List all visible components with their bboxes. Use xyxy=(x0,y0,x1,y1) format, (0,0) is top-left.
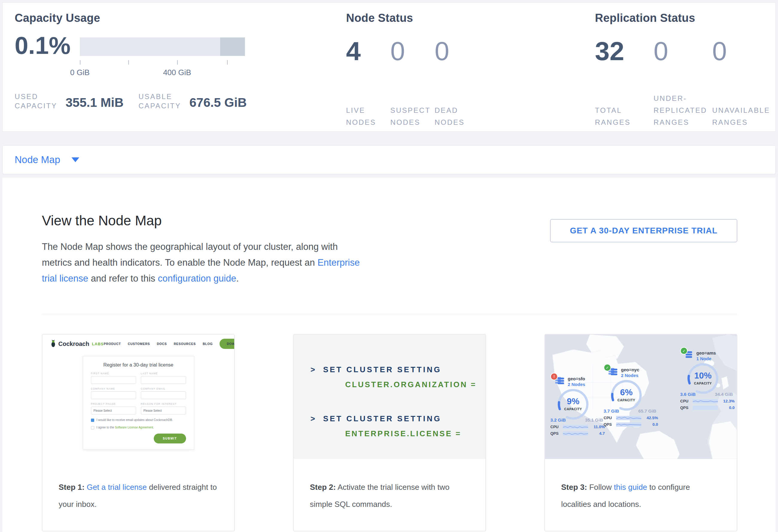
locality-nyc: ✓ geo=nyc 2 Nodes xyxy=(604,367,659,427)
submit-button: SUBMIT xyxy=(154,434,186,443)
locality-node-count: 2 Nodes xyxy=(568,381,585,387)
dead-nodes-label: DEADNODES xyxy=(435,89,479,128)
nav-item: BLOG xyxy=(203,342,213,346)
replication-values: 32 0 0 xyxy=(595,38,771,64)
qps-row: QPS 0.0 xyxy=(604,422,658,427)
qps-value: 4.7 xyxy=(599,431,605,436)
logo-suffix: LABS xyxy=(92,342,103,346)
steps-row: Cockroach LABS PRODUCT CUSTOMERS DOCS RE… xyxy=(42,334,737,531)
text-input xyxy=(141,391,186,399)
license-agreement-checkbox-row: I agree to the Software License Agreemen… xyxy=(91,426,186,429)
cpu-sparkline xyxy=(693,399,718,403)
capacity-usage-title: Capacity Usage xyxy=(15,12,100,24)
suspect-nodes-label: SUSPECTNODES xyxy=(390,89,435,128)
locality-name: geo=sfo xyxy=(568,376,585,381)
step-2-caption: Step 2: Activate the trial license with … xyxy=(294,459,485,513)
capacity-axis: 0 GiB 400 GiB xyxy=(80,60,245,78)
step-3-caption: Step 3: Follow this guide to configure l… xyxy=(545,459,737,513)
this-guide-link[interactable]: this guide xyxy=(614,483,647,491)
text-input xyxy=(141,376,186,384)
capacity-stats: USED CAPACITY 355.1 MiB USABLE CAPACITY … xyxy=(15,92,247,110)
form-field: FIRST NAME xyxy=(91,372,136,384)
under-replicated-ranges-label: UNDER-REPLICATEDRANGES xyxy=(653,89,712,128)
view-selector-dropdown[interactable]: Node Map xyxy=(2,145,776,174)
under-replicated-ranges-value: 0 xyxy=(653,38,712,64)
sql-commands-thumbnail: >SET CLUSTER SETTING CLUSTER.ORGANIZATIO… xyxy=(294,334,485,459)
capacity-gauge: 9% CAPACITY xyxy=(557,388,589,421)
axis-tick xyxy=(128,60,129,65)
unavailable-ranges-value: 0 xyxy=(712,38,771,64)
cockroach-bug-icon xyxy=(50,340,56,348)
live-nodes-label: LIVENODES xyxy=(346,89,390,128)
node-status-section: Node Status 4 0 0 LIVENODES SUSPECTNODES… xyxy=(346,3,586,131)
capacity-used-percent: 0.1% xyxy=(15,31,71,60)
healthy-badge-icon: ✓ xyxy=(680,347,688,355)
sql-argument: CLUSTER.ORGANIZATION = xyxy=(310,377,485,392)
usable-capacity-value: 676.5 GiB xyxy=(189,95,246,110)
qps-value: 0.0 xyxy=(652,422,658,427)
capacity-label: CAPACITY xyxy=(687,381,719,385)
divider xyxy=(42,314,737,314)
node-map-description: The Node Map shows the geographical layo… xyxy=(42,239,371,286)
qps-row: QPS 4.7 xyxy=(550,431,605,436)
mini-site-nav: PRODUCT CUSTOMERS DOCS RESOURCES BLOG DO… xyxy=(104,339,234,349)
usable-capacity-label: USABLE CAPACITY xyxy=(139,92,181,110)
nav-item: PRODUCT xyxy=(104,342,121,346)
axis-tick xyxy=(227,60,228,65)
capacity-bar xyxy=(80,37,245,56)
description-text: and refer to this xyxy=(88,273,158,284)
node-status-title: Node Status xyxy=(346,12,413,24)
used-capacity-value: 355.1 MiB xyxy=(66,95,124,110)
software-license-link: Software License Agreement. xyxy=(115,426,154,429)
get-trial-license-link[interactable]: Get a trial license xyxy=(87,483,147,491)
sql-command: >SET CLUSTER SETTING CLUSTER.ORGANIZATIO… xyxy=(310,362,485,392)
get-enterprise-trial-button[interactable]: GET A 30-DAY ENTERPRISE TRIAL xyxy=(550,219,737,242)
axis-tick-label: 0 GiB xyxy=(70,68,89,77)
capacity-percent: 10% xyxy=(687,371,719,381)
capacity-bar-nonusable-segment xyxy=(220,37,245,56)
healthy-badge-icon: ✓ xyxy=(604,364,611,371)
node-status-labels: LIVENODES SUSPECTNODES DEADNODES xyxy=(346,89,479,128)
total-ranges-value: 32 xyxy=(595,38,653,64)
nav-item: RESOURCES xyxy=(174,342,196,346)
capacity-label: CAPACITY xyxy=(610,398,642,402)
checkbox-checked-icon xyxy=(91,419,94,422)
form-field: COMPANY NAME xyxy=(91,387,136,399)
description-text: The Node Map shows the geographical layo… xyxy=(42,241,338,252)
cpu-sparkline xyxy=(616,416,641,420)
cpu-value: 11.0% xyxy=(594,425,605,429)
qps-sparkline xyxy=(563,432,588,436)
download-pill: DOWNLOAD xyxy=(220,339,234,349)
enterprise-trial-license-link[interactable]: trial license xyxy=(42,273,88,284)
axis-tick xyxy=(80,60,80,65)
cpu-row: CPU 11.0% xyxy=(550,425,605,429)
form-field: REASON FOR INTERESTPlease Select xyxy=(141,402,186,414)
cpu-sparkline xyxy=(563,425,588,429)
qps-sparkline xyxy=(616,423,641,427)
enterprise-trial-license-link[interactable]: Enterprise xyxy=(317,257,360,268)
capacity-label: CAPACITY xyxy=(557,407,589,411)
replication-labels: TOTALRANGES UNDER-REPLICATEDRANGES UNAVA… xyxy=(595,89,771,128)
node-status-values: 4 0 0 xyxy=(346,38,479,64)
cpu-value: 42.5% xyxy=(647,415,658,420)
logo-text: Cockroach xyxy=(58,340,89,348)
form-title: Register for a 30-day trial license xyxy=(91,362,186,368)
locality-name: geo=nyc xyxy=(621,367,639,373)
select-input: Please Select xyxy=(91,407,136,414)
prompt-symbol: > xyxy=(310,414,316,423)
mini-site-header: Cockroach LABS PRODUCT CUSTOMERS DOCS RE… xyxy=(43,334,234,353)
configuration-guide-link[interactable]: configuration guide xyxy=(158,273,236,284)
replication-status-title: Replication Status xyxy=(595,12,695,24)
text-input xyxy=(91,376,136,384)
step-3-card: ! geo=sfo 2 Nodes xyxy=(544,334,737,531)
capacity-percent: 9% xyxy=(557,396,589,406)
node-map-thumbnail: ! geo=sfo 2 Nodes xyxy=(545,334,737,459)
nav-item: DOCS xyxy=(157,342,167,346)
form-field: LAST NAME xyxy=(141,372,186,384)
email-updates-checkbox-row: I would like to receive email updates ab… xyxy=(91,418,186,422)
live-nodes-value: 4 xyxy=(346,38,390,64)
replication-status-section: Replication Status 32 0 0 TOTALRANGES UN… xyxy=(595,3,768,131)
locality-node-count: 1 Node xyxy=(696,356,716,362)
capacity-gauge: 10% CAPACITY xyxy=(687,362,719,395)
node-map-panel: View the Node Map The Node Map shows the… xyxy=(2,178,776,532)
